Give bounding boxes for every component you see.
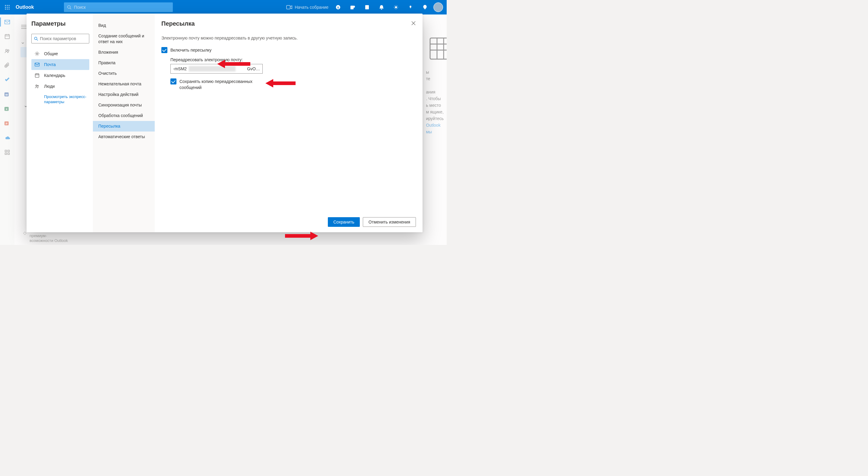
svg-text:S: S xyxy=(337,6,339,9)
calendar-icon xyxy=(34,73,40,78)
option-rules[interactable]: Правила xyxy=(93,58,155,68)
search-box[interactable] xyxy=(64,2,173,12)
option-layout[interactable]: Вид xyxy=(93,20,155,31)
svg-line-46 xyxy=(37,39,38,40)
category-label: Общие xyxy=(44,51,58,56)
svg-point-1 xyxy=(7,5,8,6)
category-calendar[interactable]: Календарь xyxy=(31,70,89,81)
svg-rect-49 xyxy=(35,74,39,78)
settings-search-input[interactable] xyxy=(40,36,87,41)
forward-address-group: Переадресовать электронную почту: -mSM2 … xyxy=(170,57,416,73)
bell-icon[interactable] xyxy=(374,0,389,14)
category-mail[interactable]: Почта xyxy=(31,59,89,70)
svg-point-19 xyxy=(410,8,410,8)
svg-point-8 xyxy=(9,9,10,10)
forward-address-value-suffix: GvO… xyxy=(247,66,260,71)
people-icon xyxy=(34,84,40,89)
svg-point-7 xyxy=(7,9,8,10)
enable-forwarding-label: Включить пересылку xyxy=(170,47,211,53)
option-sync[interactable]: Синхронизация почты xyxy=(93,100,155,110)
whatsnew-icon[interactable] xyxy=(418,0,432,14)
svg-point-2 xyxy=(9,5,10,6)
brand-name[interactable]: Outlook xyxy=(16,4,34,10)
settings-col-options: Вид Создание сообщений и ответ на них Вл… xyxy=(93,13,155,232)
option-autoreply[interactable]: Автоматические ответы xyxy=(93,131,155,142)
category-general[interactable]: Общие xyxy=(31,48,89,59)
option-customize[interactable]: Настройка действий xyxy=(93,89,155,100)
start-meeting-button[interactable]: Начать собрание xyxy=(286,5,329,10)
quick-settings-link[interactable]: Просмотреть экспресс-параметры xyxy=(44,94,89,105)
waffle-icon[interactable] xyxy=(0,0,14,14)
svg-rect-48 xyxy=(35,63,39,66)
save-button[interactable]: Сохранить xyxy=(328,217,360,227)
svg-rect-11 xyxy=(286,5,290,9)
keep-copy-label: Сохранять копию переадресованных сообщен… xyxy=(180,79,258,90)
enable-forwarding-row: Включить пересылку xyxy=(161,47,416,53)
help-icon[interactable] xyxy=(403,0,418,14)
enable-forwarding-checkbox[interactable] xyxy=(161,47,167,53)
search-input[interactable] xyxy=(74,5,170,10)
start-meeting-label: Начать собрание xyxy=(294,5,329,10)
cancel-button[interactable]: Отменить изменения xyxy=(363,217,416,227)
tasks-header-icon[interactable] xyxy=(360,0,374,14)
option-sweep[interactable]: Очистить xyxy=(93,68,155,79)
forward-address-label: Переадресовать электронную почту: xyxy=(170,57,416,62)
category-people[interactable]: Люди xyxy=(31,81,89,92)
svg-point-15 xyxy=(353,6,355,7)
category-label: Календарь xyxy=(44,73,65,78)
svg-point-9 xyxy=(67,5,70,8)
close-icon xyxy=(411,21,415,25)
search-icon xyxy=(34,36,38,41)
option-attachments[interactable]: Вложения xyxy=(93,47,155,58)
close-button[interactable] xyxy=(410,20,417,27)
option-compose[interactable]: Создание сообщений и ответ на них xyxy=(93,31,155,47)
svg-point-6 xyxy=(5,9,6,10)
svg-point-47 xyxy=(36,53,38,54)
avatar[interactable] xyxy=(433,2,443,12)
settings-col-content: Пересылка Электронную почту можно переад… xyxy=(155,13,423,232)
pane-title: Пересылка xyxy=(161,20,416,27)
svg-point-3 xyxy=(5,7,6,8)
app-header: Outlook Начать собрание S xyxy=(0,0,447,14)
svg-point-4 xyxy=(7,7,8,8)
settings-title: Параметры xyxy=(31,20,89,27)
keep-copy-row: Сохранять копию переадресованных сообщен… xyxy=(170,79,416,90)
option-handling[interactable]: Обработка сообщений xyxy=(93,110,155,121)
mail-icon xyxy=(34,62,40,67)
svg-point-53 xyxy=(36,85,37,87)
forward-address-input[interactable]: -mSM2 GvO… xyxy=(170,64,263,73)
option-junk[interactable]: Нежелательная почта xyxy=(93,79,155,89)
forward-address-value-prefix: -mSM2 xyxy=(173,66,187,71)
settings-icon[interactable] xyxy=(389,0,403,14)
search-icon xyxy=(67,5,71,10)
svg-point-17 xyxy=(395,6,397,8)
header-right: Начать собрание S xyxy=(286,0,447,14)
svg-line-10 xyxy=(70,8,71,9)
pane-description: Электронную почту можно переадресовать в… xyxy=(161,36,416,40)
category-label: Люди xyxy=(44,84,55,89)
svg-point-0 xyxy=(5,5,6,6)
video-icon xyxy=(286,5,292,9)
option-forwarding[interactable]: Пересылка xyxy=(93,121,155,131)
teams-icon[interactable] xyxy=(345,0,360,14)
category-label: Почта xyxy=(44,62,56,67)
skype-icon[interactable]: S xyxy=(331,0,345,14)
svg-point-54 xyxy=(37,85,39,87)
svg-point-45 xyxy=(34,37,37,39)
action-buttons: Сохранить Отменить изменения xyxy=(161,217,416,227)
settings-modal: Параметры Общие Почта Календарь Люди Про… xyxy=(27,13,423,232)
gear-icon xyxy=(34,51,40,56)
settings-search-box[interactable] xyxy=(31,34,89,43)
settings-col-categories: Параметры Общие Почта Календарь Люди Про… xyxy=(27,13,93,232)
keep-copy-checkbox[interactable] xyxy=(170,79,177,85)
svg-point-5 xyxy=(9,7,10,8)
redacted-region xyxy=(189,66,236,71)
